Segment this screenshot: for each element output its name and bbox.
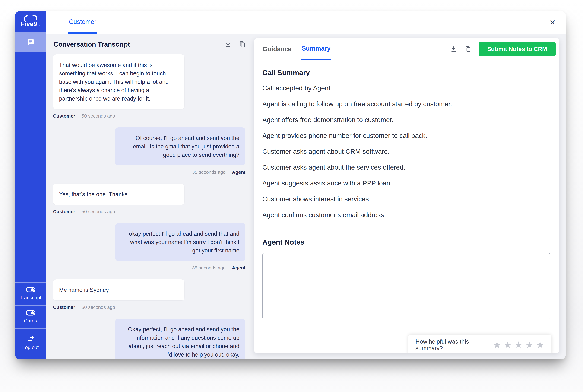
message-meta: Agent 35 seconds ago xyxy=(53,170,245,175)
summary-rating-card: How helpful was this summary? ★★★★★ xyxy=(408,334,552,353)
toggle-on-icon xyxy=(26,310,35,316)
chat-bubble: Yes, that’s the one. Thanks xyxy=(53,184,184,205)
summary-tab-content: Call Summary Call accepted by Agent. Age… xyxy=(254,60,560,353)
summary-line: Agent provides phone number for customer… xyxy=(262,132,550,140)
chat-message: My name is Sydney Customer 50 seconds ag… xyxy=(53,280,245,310)
message-sender: Customer xyxy=(53,304,75,310)
call-summary-lines: Call accepted by Agent. Agent is calling… xyxy=(262,84,550,219)
message-meta: Customer 50 seconds ago xyxy=(53,304,245,310)
sidebar-item-logout[interactable]: Log out xyxy=(15,328,46,359)
app-window: Five9 ™ Transcript xyxy=(15,11,566,359)
chat-bubble: Of course, I'll go ahead and send you th… xyxy=(115,128,245,165)
download-icon xyxy=(224,41,232,48)
logo-text: Five9 xyxy=(20,20,37,28)
message-text: Okay perfect, I'll go ahead and send you… xyxy=(128,326,239,358)
main-content: Conversation Transcript xyxy=(46,34,566,359)
sidebar-item-label: Cards xyxy=(24,318,37,324)
download-notes-button[interactable] xyxy=(450,46,457,52)
summary-line: Customer shows interest in services. xyxy=(262,195,550,203)
star-icon[interactable]: ★ xyxy=(536,340,544,350)
message-text: My name is Sydney xyxy=(59,287,109,293)
call-summary-title: Call Summary xyxy=(262,68,550,77)
section-divider xyxy=(262,228,550,228)
agent-notes-title: Agent Notes xyxy=(262,238,550,246)
copy-icon xyxy=(464,46,471,52)
star-icon[interactable]: ★ xyxy=(504,340,512,350)
message-text: okay perfect I'll go ahead and send that… xyxy=(129,230,239,254)
summary-line: Agent suggests assistance with a PPP loa… xyxy=(262,180,550,187)
chat-bubble: My name is Sydney xyxy=(53,280,184,300)
summary-area: Guidance Summary xyxy=(253,34,566,359)
chat-message: That would be awesome and if this is som… xyxy=(53,54,245,119)
message-sender: Agent xyxy=(232,170,245,175)
download-transcript-button[interactable] xyxy=(224,41,232,48)
assist-tabs: Guidance Summary xyxy=(262,38,331,60)
sidebar: Five9 ™ Transcript xyxy=(15,11,46,359)
transcript-header: Conversation Transcript xyxy=(46,34,253,51)
summary-line: Customer asks agent about CRM software. xyxy=(262,148,550,155)
sidebar-item-label: Transcript xyxy=(20,295,41,300)
message-text: That would be awesome and if this is som… xyxy=(59,62,169,102)
chat-message: okay perfect I'll go ahead and send that… xyxy=(53,223,245,270)
copy-notes-button[interactable] xyxy=(464,46,471,52)
message-timestamp: 50 seconds ago xyxy=(81,209,115,214)
message-text: Of course, I'll go ahead and send you th… xyxy=(133,135,239,158)
assist-header-actions: Submit Notes to CRM xyxy=(450,38,556,60)
five9-cloud-logo-icon: Five9 ™ xyxy=(19,15,42,28)
summary-line: Agent offers free demonstration to custo… xyxy=(262,116,550,124)
sidebar-item-cards[interactable]: Cards xyxy=(15,305,46,328)
chat-message: Okay perfect, I'll go ahead and send you… xyxy=(53,319,245,359)
close-button[interactable]: ✕ xyxy=(550,19,556,26)
agent-notes-input[interactable] xyxy=(262,253,550,320)
message-meta: Agent 35 seconds ago xyxy=(53,265,245,270)
chat-bubble: That would be awesome and if this is som… xyxy=(53,54,184,109)
star-icon[interactable]: ★ xyxy=(525,340,534,350)
titlebar: Customer — ✕ xyxy=(46,11,566,34)
transcript-panel: Conversation Transcript xyxy=(46,34,253,359)
logo-trademark: ™ xyxy=(37,24,40,27)
summary-line: Customer asks agent about the services o… xyxy=(262,164,550,171)
copy-transcript-button[interactable] xyxy=(239,41,246,48)
message-list: That would be awesome and if this is som… xyxy=(46,51,253,359)
tab-guidance[interactable]: Guidance xyxy=(262,38,292,60)
transcript-title: Conversation Transcript xyxy=(53,40,130,48)
message-timestamp: 35 seconds ago xyxy=(192,265,226,270)
star-icon[interactable]: ★ xyxy=(493,340,501,350)
sidebar-item-label: Log out xyxy=(22,345,39,350)
message-meta: Customer 50 seconds ago xyxy=(53,209,245,214)
rating-question: How helpful was this summary? xyxy=(416,338,487,352)
download-icon xyxy=(450,46,457,52)
tab-customer[interactable]: Customer xyxy=(68,11,97,34)
message-sender: Customer xyxy=(53,209,75,214)
chat-bubble: Okay perfect, I'll go ahead and send you… xyxy=(115,319,245,359)
summary-line: Agent confirms customer’s email address. xyxy=(262,211,550,219)
five9-logo: Five9 ™ xyxy=(15,11,46,32)
rating-stars: ★★★★★ xyxy=(493,340,544,350)
chat-icon xyxy=(26,38,35,46)
sidebar-item-transcript[interactable]: Transcript xyxy=(15,282,46,305)
toggle-on-icon xyxy=(26,287,35,292)
sidebar-bottom-group: Transcript Cards Log out xyxy=(15,282,46,359)
star-icon[interactable]: ★ xyxy=(515,340,523,350)
message-timestamp: 35 seconds ago xyxy=(192,170,226,175)
submit-notes-to-crm-button[interactable]: Submit Notes to CRM xyxy=(479,42,556,56)
assist-card-header: Guidance Summary xyxy=(254,38,560,60)
message-timestamp: 50 seconds ago xyxy=(81,113,115,119)
chat-message: Yes, that’s the one. Thanks Customer 50 … xyxy=(53,184,245,214)
chat-message: Of course, I'll go ahead and send you th… xyxy=(53,128,245,175)
message-meta: Customer 50 seconds ago xyxy=(53,113,245,119)
summary-line: Agent is calling to follow up on free ac… xyxy=(262,100,550,108)
window-controls: — ✕ xyxy=(533,11,566,34)
message-text: Yes, that’s the one. Thanks xyxy=(59,191,127,198)
message-sender: Agent xyxy=(232,265,245,270)
tab-summary[interactable]: Summary xyxy=(301,38,331,60)
copy-icon xyxy=(239,41,246,48)
chat-bubble: okay perfect I'll go ahead and send that… xyxy=(115,223,245,261)
assist-card: Guidance Summary xyxy=(254,38,560,353)
sidebar-item-chat[interactable] xyxy=(15,32,46,52)
message-timestamp: 50 seconds ago xyxy=(81,304,115,310)
message-sender: Customer xyxy=(53,113,75,119)
summary-line: Call accepted by Agent. xyxy=(262,84,550,92)
minimize-button[interactable]: — xyxy=(533,19,540,26)
log-out-icon xyxy=(26,333,35,342)
